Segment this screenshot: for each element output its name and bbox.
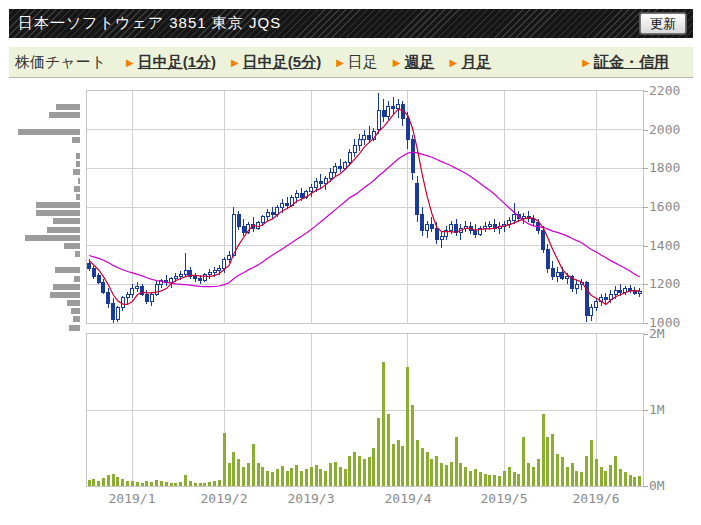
profile-bar xyxy=(47,227,80,233)
axis-tick xyxy=(643,130,648,131)
profile-bar xyxy=(67,300,80,306)
profile-bar xyxy=(76,194,80,200)
title-bar: 日本一ソフトウェア 3851 東京 JQS 更新 xyxy=(9,9,693,38)
volume-axis-label: 0M xyxy=(649,479,693,493)
refresh-button[interactable]: 更新 xyxy=(640,13,686,34)
axis-tick xyxy=(643,410,648,411)
volume-bars xyxy=(88,362,642,486)
profile-bar xyxy=(76,153,80,159)
profile-bar xyxy=(69,325,80,331)
profile-bar xyxy=(71,308,80,314)
chart-nav: 株価チャート ▶日中足(1分)▶日中足(5分)▶日足▶週足▶月足▶証金・信用 xyxy=(9,47,693,78)
profile-bar xyxy=(72,137,80,143)
arrow-right-icon: ▶ xyxy=(582,57,590,68)
x-axis-label: 2019/5 xyxy=(472,492,536,506)
axis-tick xyxy=(643,323,648,324)
nav-item-2[interactable]: ▶日中足(5分) xyxy=(231,53,321,72)
profile-bar xyxy=(18,129,80,135)
axis-tick xyxy=(643,284,648,285)
volume-axis-label: 2M xyxy=(649,327,693,341)
profile-bar xyxy=(74,186,80,192)
x-axis-label: 2019/1 xyxy=(100,492,164,506)
volume-chart-plot xyxy=(86,333,644,487)
price-axis-label: 1800 xyxy=(649,161,693,175)
profile-bar xyxy=(50,292,80,298)
price-axis-label: 2200 xyxy=(649,84,693,98)
arrow-right-icon: ▶ xyxy=(126,57,134,68)
arrow-right-icon: ▶ xyxy=(393,57,401,68)
price-axis-label: 2000 xyxy=(649,123,693,137)
x-axis-label: 2019/2 xyxy=(192,492,256,506)
volume-chart-svg xyxy=(87,334,643,486)
nav-section-label: 株価チャート xyxy=(15,53,106,72)
profile-bar xyxy=(56,104,80,110)
nav-current: 日足 xyxy=(348,53,378,72)
profile-bar xyxy=(49,112,80,118)
axis-tick xyxy=(643,486,648,487)
stock-chart-page: { "header": { "title": "日本一ソフトウェア 3851 東… xyxy=(0,0,701,525)
axis-tick xyxy=(643,168,648,169)
profile-bar xyxy=(74,276,80,282)
profile-bar xyxy=(55,267,80,273)
profile-bar xyxy=(73,169,80,175)
axis-tick xyxy=(643,334,648,335)
profile-bar xyxy=(53,284,80,290)
profile-bar xyxy=(78,178,80,184)
nav-link[interactable]: 日中足(5分) xyxy=(243,53,321,72)
nav-link[interactable]: 証金・信用 xyxy=(594,53,669,72)
price-gridlines xyxy=(87,91,643,323)
nav-item-6[interactable]: ▶証金・信用 xyxy=(582,53,669,72)
price-axis-label: 1600 xyxy=(649,200,693,214)
nav-item-4[interactable]: ▶週足 xyxy=(393,53,435,72)
profile-bar xyxy=(36,202,80,208)
profile-bar xyxy=(73,316,80,322)
arrow-right-icon: ▶ xyxy=(231,57,239,68)
x-axis-label: 2019/6 xyxy=(564,492,628,506)
price-axis-label: 1400 xyxy=(649,239,693,253)
nav-link[interactable]: 月足 xyxy=(461,53,491,72)
candlestick-series xyxy=(88,93,642,323)
profile-bar xyxy=(64,243,80,249)
arrow-right-icon: ▶ xyxy=(336,57,344,68)
nav-link[interactable]: 日中足(1分) xyxy=(138,53,216,72)
ma-long-line xyxy=(89,152,640,287)
x-axis-label: 2019/4 xyxy=(376,492,440,506)
x-axis-label: 2019/3 xyxy=(279,492,343,506)
nav-link[interactable]: 週足 xyxy=(405,53,435,72)
page-title: 日本一ソフトウェア 3851 東京 JQS xyxy=(18,14,281,33)
arrow-right-icon: ▶ xyxy=(450,57,458,68)
nav-item-5[interactable]: ▶月足 xyxy=(450,53,492,72)
axis-tick xyxy=(643,91,648,92)
profile-bar xyxy=(36,210,80,216)
price-axis-label: 1200 xyxy=(649,277,693,291)
axis-tick xyxy=(643,207,648,208)
axis-tick xyxy=(643,246,648,247)
price-chart-svg xyxy=(87,91,643,323)
nav-item-3: ▶日足 xyxy=(336,53,378,72)
profile-bar xyxy=(75,251,80,257)
profile-bar xyxy=(76,161,80,167)
profile-bar xyxy=(53,218,80,224)
volume-axis-label: 1M xyxy=(649,403,693,417)
profile-bar xyxy=(25,235,80,241)
nav-item-1[interactable]: ▶日中足(1分) xyxy=(126,53,216,72)
price-chart-plot xyxy=(86,90,644,324)
